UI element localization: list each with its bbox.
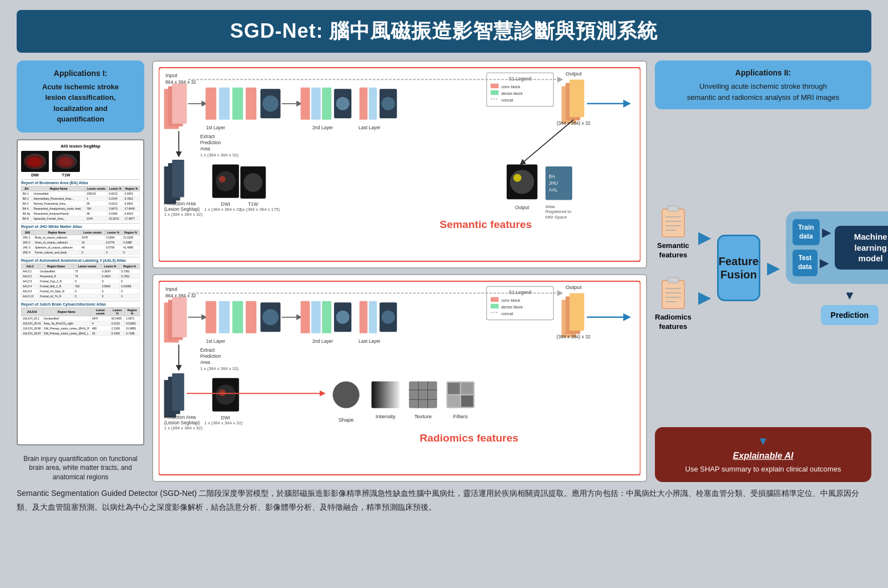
train-row: Traindata ▶: [793, 219, 830, 245]
pred-to-explain-arrow-icon: ▼: [664, 435, 862, 448]
jhu-table: JHU Region Name Lesion voxels Lesion % R…: [21, 230, 140, 255]
svg-rect-152: [668, 206, 679, 211]
svg-text:Shape: Shape: [339, 417, 354, 423]
svg-rect-113: [569, 293, 584, 331]
svg-text:dense block: dense block: [501, 91, 523, 96]
application1-box: Applications I: Acute ischemic strokeles…: [17, 60, 144, 133]
train-data-label: Traindata: [798, 224, 814, 240]
bottom-diagram: Input 864 x 384 x 32 1st Layer: [152, 274, 647, 482]
svg-rect-31: [491, 90, 498, 95]
app1-description: Acute ischemic strokelesion classificati…: [26, 82, 135, 125]
table-row: AAL3 2Precentral_R750.30245.7391: [22, 273, 140, 278]
svg-rect-151: [662, 209, 684, 237]
test-data-label: Testdata: [798, 254, 812, 271]
fusion-to-ml-arrow-icon: ▶: [767, 259, 779, 277]
svg-point-132: [332, 382, 359, 408]
radiomics-clip-group: Radiomicsfeatures: [655, 276, 692, 332]
svg-text:2nd Layer: 2nd Layer: [312, 338, 334, 344]
svg-text:Output: Output: [566, 284, 582, 290]
aal3-table: AAL3 Region Name Lesion voxels Lesion % …: [21, 263, 140, 299]
svg-text:S1 Legend: S1 Legend: [509, 76, 532, 82]
svg-rect-93: [322, 301, 331, 333]
svg-rect-85: [233, 301, 243, 333]
svg-rect-146: [461, 396, 473, 407]
svg-text:Atlas: Atlas: [546, 204, 555, 209]
ml-outer-box: Traindata ▶ Testdata ▶ Mac: [786, 211, 888, 283]
svg-text:Prediction: Prediction: [200, 353, 221, 359]
svg-text:S1 Legend: S1 Legend: [509, 290, 532, 295]
svg-rect-91: [301, 301, 310, 333]
svg-text:Last Layer: Last Layer: [359, 125, 381, 130]
svg-point-62: [510, 170, 534, 194]
svg-rect-145: [448, 396, 460, 407]
svg-text:BA: BA: [549, 174, 556, 179]
aal3-title: Report of Automated Anatomical Labeling …: [21, 258, 140, 262]
test-row: Testdata ▶: [793, 250, 830, 276]
svg-rect-16: [301, 88, 310, 120]
julich-title: Report of Julich Brain Cytoarchitectonic…: [21, 302, 140, 306]
report-mri-row: DWI T1W: [21, 151, 140, 177]
ml-to-pred-arrow-icon: ▼: [844, 288, 856, 303]
table-row: BA 1Unclassified2351030.02130.0001: [22, 191, 140, 196]
data-boxes-column: Traindata ▶ Testdata ▶: [793, 219, 830, 276]
prediction-label: Prediction: [831, 311, 869, 320]
table-row: AAL3 4Frontal_Mid_2_R7633.854014.5585: [22, 283, 140, 288]
ml-model-box: Machinelearningmodel: [835, 226, 888, 270]
test-to-ml-arrow-icon: ▶: [820, 256, 828, 270]
svg-rect-17: [311, 88, 321, 120]
svg-text:conv block: conv block: [501, 84, 520, 89]
radiomics-clipboard-icon: [659, 276, 688, 310]
svg-rect-23: [369, 88, 377, 120]
svg-text:1 x (384 x 384 x 32): 1 x (384 x 384 x 32): [200, 366, 239, 371]
svg-rect-48: [172, 160, 184, 197]
table-row: BA 4Paracentral_Area(primary_motor, feet…: [22, 206, 140, 211]
svg-text:MNI Space: MNI Space: [546, 215, 567, 220]
svg-text:Filters: Filters: [453, 413, 468, 419]
svg-text:1 x (384 x 384 x 32): 1 x (384 x 384 x 32): [200, 153, 239, 158]
svg-point-100: [381, 311, 395, 324]
radiomics-arrow-right-icon: ▶: [698, 290, 710, 306]
svg-rect-98: [369, 301, 377, 333]
svg-text:1 x (384 x 384 x 32): 1 x (384 x 384 x 32): [204, 207, 243, 212]
svg-point-88: [263, 309, 279, 325]
table-row: BA 6Agranular_Frontal_Area...214410.2813…: [22, 216, 140, 221]
t1w-label: T1W: [62, 173, 70, 177]
svg-text:(384 x 384) x 32: (384 x 384) x 32: [557, 120, 591, 126]
svg-point-95: [336, 311, 349, 324]
svg-text:conv block: conv block: [501, 298, 520, 303]
table-row: JHU 3Splenium_of_corpus_callosum460.5756…: [22, 245, 140, 250]
svg-rect-18: [322, 88, 331, 120]
flow-diagram-area: Semanticfeatures Radiomicsfeatures: [655, 115, 871, 422]
bottom-diagram-svg: Input 864 x 384 x 32 1st Layer: [159, 281, 640, 475]
table-row: BA 4pParacentral_Area(arm/hand)480.18360…: [22, 211, 140, 216]
svg-rect-10: [233, 88, 243, 120]
svg-point-129: [219, 389, 226, 396]
jhu-title: Report of JHU White Matter Atlas: [21, 225, 140, 229]
svg-rect-158: [668, 277, 679, 283]
table-row: BA 1Intermediate_Priocentral_Area...10.2…: [22, 196, 140, 201]
table-row: AAL3 3Frontal_Sup_2_R000: [22, 278, 140, 283]
svg-rect-157: [662, 281, 684, 308]
explainable-ai-box: ▼ Explainable AI Use SHAP summary to exp…: [655, 427, 871, 482]
svg-point-54: [219, 176, 226, 183]
table-row: AAL3 1Unclassified750.30245.7391: [22, 268, 140, 273]
app2-description: Unveiling acute ischemic stroke throughs…: [664, 81, 862, 103]
svg-text:Input: Input: [165, 72, 178, 78]
brain-caption: Brain injury quantification on functiona…: [17, 454, 144, 482]
svg-text:concat: concat: [501, 98, 513, 103]
semantic-clipboard-icon: [659, 205, 688, 238]
svg-rect-83: [205, 301, 216, 333]
svg-rect-144: [461, 383, 473, 394]
aal3-atlas-section: Report of Automated Anatomical Labeling …: [21, 257, 140, 299]
svg-text:AAL: AAL: [549, 187, 558, 192]
julich-atlas-section: Report of Julich Brain Cytoarchitectonic…: [21, 301, 140, 336]
svg-rect-84: [219, 301, 230, 333]
page-title: SGD-Net: 腦中風磁振造影智慧診斷與預測系統: [28, 18, 860, 45]
table-row: JULICH_28.96GM_Primary_motor_cortex_(BA4…: [22, 326, 140, 331]
main-content: Applications I: Acute ischemic strokeles…: [17, 60, 871, 482]
radiomics-features-label: Radiomicsfeatures: [655, 313, 692, 332]
svg-text:(384 x 384) x 32: (384 x 384) x 32: [557, 334, 591, 339]
svg-text:Texture: Texture: [414, 413, 432, 419]
svg-text:2nd Layer: 2nd Layer: [312, 125, 334, 130]
bottom-description: Semantic Segmentation Guided Detector (S…: [17, 486, 871, 514]
